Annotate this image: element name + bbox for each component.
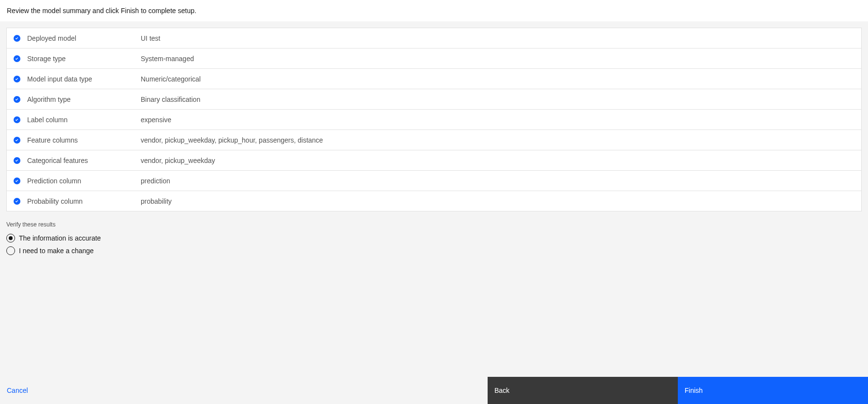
summary-value: UI test [141,34,160,42]
check-icon [14,96,20,103]
cancel-button[interactable]: Cancel [0,377,488,404]
radio-change[interactable]: I need to make a change [6,244,862,257]
check-icon [14,198,20,205]
summary-label: Feature columns [27,136,141,144]
summary-row: Algorithm typeBinary classification [7,89,861,110]
summary-list: Deployed modelUI testStorage typeSystem-… [6,28,862,211]
verify-section: Verify these results The information is … [0,211,868,257]
check-icon [14,76,20,82]
check-icon [14,35,20,42]
check-icon [14,178,20,184]
check-icon [14,157,20,164]
summary-row: Probability columnprobability [7,191,861,211]
summary-label: Probability column [27,197,141,205]
summary-row: Deployed modelUI test [7,28,861,48]
summary-value: expensive [141,116,171,124]
check-icon [14,116,20,123]
summary-label: Label column [27,116,141,124]
summary-row: Model input data typeNumeric/categorical [7,69,861,89]
summary-label: Categorical features [27,157,141,164]
summary-value: Numeric/categorical [141,75,201,83]
footer-actions: Cancel Back Finish [0,377,868,404]
radio-label: The information is accurate [19,234,101,242]
summary-value: vendor, pickup_weekday, pickup_hour, pas… [141,136,323,144]
main-content: Deployed modelUI testStorage typeSystem-… [0,21,868,377]
finish-button[interactable]: Finish [678,377,868,404]
radio-icon [6,246,15,255]
summary-value: Binary classification [141,96,200,103]
summary-row: Feature columnsvendor, pickup_weekday, p… [7,130,861,150]
summary-row: Categorical featuresvendor, pickup_weekd… [7,150,861,171]
summary-value: probability [141,197,172,205]
summary-row: Label columnexpensive [7,110,861,130]
summary-label: Deployed model [27,34,141,42]
summary-value: System-managed [141,55,194,63]
summary-row: Storage typeSystem-managed [7,48,861,69]
summary-label: Prediction column [27,177,141,185]
summary-label: Storage type [27,55,141,63]
summary-value: vendor, pickup_weekday [141,157,215,164]
page-instruction: Review the model summary and click Finis… [0,0,868,21]
verify-heading: Verify these results [6,221,862,228]
radio-accurate[interactable]: The information is accurate [6,232,862,244]
check-icon [14,55,20,62]
summary-row: Prediction columnprediction [7,171,861,191]
radio-icon [6,234,15,242]
summary-value: prediction [141,177,170,185]
summary-label: Model input data type [27,75,141,83]
summary-label: Algorithm type [27,96,141,103]
back-button[interactable]: Back [488,377,678,404]
check-icon [14,137,20,144]
radio-label: I need to make a change [19,247,94,255]
